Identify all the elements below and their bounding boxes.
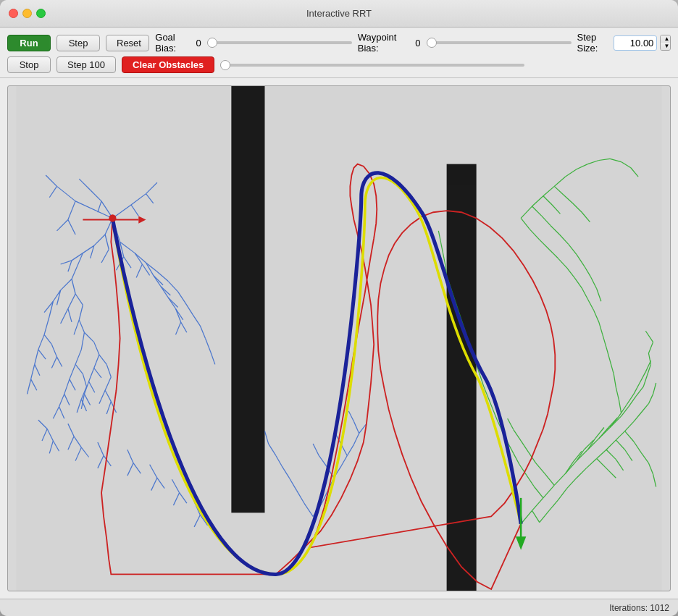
clear-obstacles-button[interactable]: Clear Obstacles [122, 56, 214, 73]
iterations-label: Iterations: 1012 [609, 603, 669, 613]
svg-rect-1 [231, 86, 264, 512]
goal-bias-slider[interactable] [207, 41, 352, 44]
secondary-slider[interactable] [220, 64, 524, 67]
title-bar: Interactive RRT [0, 0, 678, 28]
goal-bias-value: 0 [196, 38, 201, 48]
toolbar-row-2: Stop Step 100 Clear Obstacles [7, 56, 671, 73]
status-bar: Iterations: 1012 [0, 599, 678, 616]
step-size-stepper: ▲ ▼ [660, 35, 671, 51]
stepper-up-button[interactable]: ▲ [661, 35, 671, 43]
maximize-button[interactable] [36, 9, 46, 18]
goal-bias-slider-container [207, 41, 352, 44]
stop-button[interactable]: Stop [7, 56, 51, 73]
svg-rect-0 [16, 86, 662, 591]
step-size-group: Step Size: ▲ ▼ [577, 32, 671, 54]
step-size-input[interactable] [614, 35, 657, 51]
waypoint-bias-value: 0 [415, 38, 420, 48]
waypoint-bias-slider[interactable] [427, 41, 572, 44]
svg-point-290 [109, 214, 116, 221]
toolbar: Run Step Reset Goal Bias: 0 Waypoint Bia… [0, 28, 678, 78]
toolbar-row-1: Run Step Reset Goal Bias: 0 Waypoint Bia… [7, 32, 671, 54]
waypoint-bias-label: Waypoint Bias: [358, 32, 413, 54]
canvas-area[interactable] [7, 85, 671, 591]
step-size-label: Step Size: [577, 32, 611, 54]
svg-rect-2 [447, 164, 477, 591]
waypoint-bias-slider-container [427, 41, 572, 44]
goal-bias-label: Goal Bias: [155, 32, 193, 54]
step100-button[interactable]: Step 100 [56, 56, 116, 73]
reset-button[interactable]: Reset [106, 35, 149, 51]
goal-bias-group: Goal Bias: 0 [155, 32, 201, 54]
step-button[interactable]: Step [56, 35, 100, 51]
stepper-down-button[interactable]: ▼ [661, 43, 671, 50]
rrt-canvas [8, 86, 670, 591]
second-row-slider-area [220, 64, 671, 67]
traffic-lights [9, 9, 46, 18]
main-window: Interactive RRT Run Step Reset Goal Bias… [0, 0, 678, 616]
close-button[interactable] [9, 9, 18, 18]
waypoint-bias-group: Waypoint Bias: 0 [358, 32, 421, 54]
minimize-button[interactable] [22, 9, 32, 18]
window-title: Interactive RRT [306, 8, 372, 19]
run-button[interactable]: Run [7, 35, 51, 51]
